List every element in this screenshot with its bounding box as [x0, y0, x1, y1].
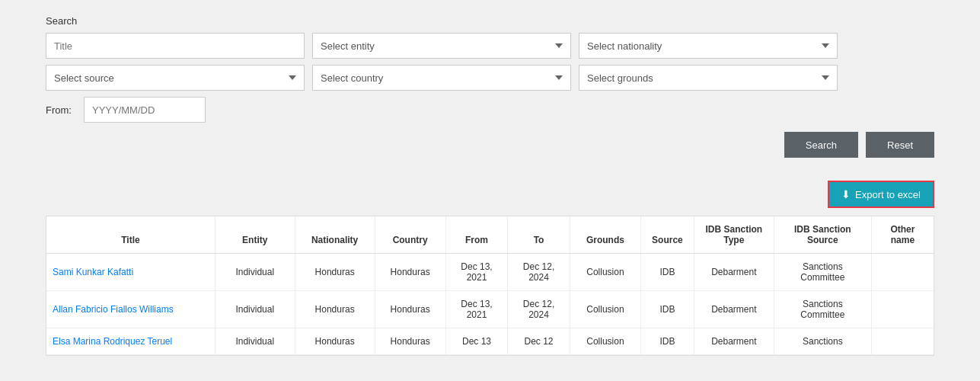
row-idb-type: Debarment: [694, 254, 774, 291]
col-header-idb-type: IDB Sanction Type: [694, 216, 774, 254]
export-button-label: Export to excel: [855, 189, 921, 200]
col-header-to: To: [508, 216, 570, 254]
results-table-wrapper: Title Entity Nationality Country From To…: [46, 216, 934, 356]
row-country: Honduras: [375, 328, 445, 355]
row-idb-type: Debarment: [694, 328, 774, 355]
from-label: From:: [46, 104, 76, 116]
row-grounds: Collusion: [570, 291, 640, 328]
row-idb-type: Debarment: [694, 291, 774, 328]
col-header-title: Title: [46, 216, 215, 254]
row-idb-source: Sanctions: [774, 328, 871, 355]
row-nationality: Honduras: [295, 254, 375, 291]
grounds-select[interactable]: Select grounds: [579, 65, 838, 91]
from-date-input[interactable]: [84, 97, 206, 123]
row-other-name: [871, 291, 934, 328]
export-to-excel-button[interactable]: ⬇ Export to excel: [828, 181, 934, 208]
row-idb-source: Sanctions Committee: [774, 254, 871, 291]
row-to: Dec 12, 2024: [508, 291, 570, 328]
export-row: ⬇ Export to excel: [46, 181, 934, 208]
entity-select[interactable]: Select entity: [312, 33, 571, 59]
row-source: IDB: [641, 328, 694, 355]
row-from: Dec 13, 2021: [445, 254, 508, 291]
row-title[interactable]: Sami Kunkar Kafatti: [46, 254, 215, 291]
col-header-from: From: [445, 216, 508, 254]
search-section-label: Search: [46, 15, 934, 27]
row-idb-source: Sanctions Committee: [774, 291, 871, 328]
filter-row-2: Select source Select country Select grou…: [46, 65, 934, 91]
row-nationality: Honduras: [295, 328, 375, 355]
row-entity: Individual: [215, 328, 295, 355]
row-title[interactable]: Allan Fabricio Fiallos Williams: [46, 291, 215, 328]
search-button[interactable]: Search: [784, 132, 858, 158]
table-row: Elsa Marina Rodriquez TeruelIndividualHo…: [46, 328, 934, 355]
row-source: IDB: [641, 254, 694, 291]
row-grounds: Collusion: [570, 328, 640, 355]
source-select[interactable]: Select source: [46, 65, 305, 91]
nationality-select[interactable]: Select nationality: [579, 33, 838, 59]
row-entity: Individual: [215, 291, 295, 328]
country-select[interactable]: Select country: [312, 65, 571, 91]
col-header-country: Country: [375, 216, 445, 254]
row-country: Honduras: [375, 291, 445, 328]
results-table: Title Entity Nationality Country From To…: [46, 216, 934, 355]
col-header-source: Source: [641, 216, 694, 254]
table-row: Sami Kunkar KafattiIndividualHondurasHon…: [46, 254, 934, 291]
table-header-row: Title Entity Nationality Country From To…: [46, 216, 934, 254]
row-to: Dec 12, 2024: [508, 254, 570, 291]
row-entity: Individual: [215, 254, 295, 291]
row-from: Dec 13, 2021: [445, 291, 508, 328]
row-nationality: Honduras: [295, 291, 375, 328]
row-title[interactable]: Elsa Marina Rodriquez Teruel: [46, 328, 215, 355]
from-row: From:: [46, 97, 934, 123]
col-header-nationality: Nationality: [295, 216, 375, 254]
table-row: Allan Fabricio Fiallos WilliamsIndividua…: [46, 291, 934, 328]
title-input[interactable]: [46, 33, 305, 59]
row-country: Honduras: [375, 254, 445, 291]
row-other-name: [871, 328, 934, 355]
row-grounds: Collusion: [570, 254, 640, 291]
row-other-name: [871, 254, 934, 291]
col-header-entity: Entity: [215, 216, 295, 254]
col-header-grounds: Grounds: [570, 216, 640, 254]
row-source: IDB: [641, 291, 694, 328]
col-header-other-name: Other name: [871, 216, 934, 254]
row-from: Dec 13: [445, 328, 508, 355]
row-to: Dec 12: [508, 328, 570, 355]
download-icon: ⬇: [841, 188, 851, 200]
reset-button[interactable]: Reset: [866, 132, 934, 158]
filter-row-1: Select entity Select nationality: [46, 33, 934, 59]
col-header-idb-source: IDB Sanction Source: [774, 216, 871, 254]
button-row: Search Reset: [46, 132, 934, 158]
